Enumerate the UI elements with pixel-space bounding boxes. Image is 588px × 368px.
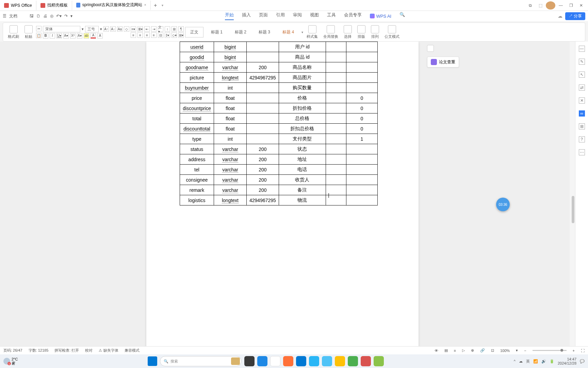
status-compat[interactable]: 兼容模式 — [125, 348, 140, 353]
tray-battery-icon[interactable]: 🔋 — [550, 359, 554, 364]
scrollbar-thumb[interactable] — [572, 196, 574, 223]
status-page[interactable]: 页码: 26/47 — [3, 348, 22, 353]
sort-group[interactable]: 排版 — [355, 25, 368, 39]
tray-ime-icon[interactable]: 英 — [526, 359, 530, 364]
table-cell[interactable]: 地址 — [279, 154, 326, 165]
table-cell[interactable]: 0 — [346, 113, 377, 124]
table-cell[interactable]: varchar — [214, 144, 247, 154]
essay-check-button[interactable]: 论文查重 — [427, 57, 459, 67]
rail-pencil-icon[interactable]: ✎ — [579, 59, 585, 65]
strike-icon[interactable]: A▾ — [63, 33, 69, 39]
table-cell[interactable]: 总价格 — [279, 113, 326, 124]
table-cell[interactable]: total — [180, 113, 214, 124]
table-row[interactable]: consigneevarchar200收货人 — [180, 175, 378, 185]
table-row[interactable]: useridbigint用户 id — [180, 42, 378, 52]
zoom-out-icon[interactable]: − — [524, 349, 526, 353]
redo-icon[interactable]: ↷ — [64, 14, 68, 18]
table-cell[interactable] — [346, 175, 377, 185]
table-cell[interactable]: 0 — [346, 124, 377, 134]
rail-cursor-icon[interactable]: ↖ — [579, 72, 585, 78]
table-row[interactable]: pricefloat价格0 — [180, 93, 378, 103]
status-proof[interactable]: 校对 — [85, 348, 93, 353]
tray-wifi-icon[interactable]: 📶 — [533, 359, 538, 364]
table-cell[interactable]: 200 — [247, 62, 279, 73]
font-shrink-icon[interactable]: A↓ — [110, 26, 116, 32]
tab-review[interactable]: 审阅 — [293, 12, 302, 20]
share-button[interactable]: ↗ 分享 — [565, 12, 585, 20]
table-row[interactable]: discounttotalfloat折扣总价格0 — [180, 124, 378, 134]
table-cell[interactable]: float — [214, 103, 247, 113]
table-cell[interactable]: 200 — [247, 165, 279, 175]
table-cell[interactable] — [326, 52, 346, 62]
table-cell[interactable]: type — [180, 134, 214, 144]
table-cell[interactable] — [346, 144, 377, 154]
table-cell[interactable]: 状态 — [279, 144, 326, 154]
tab-page[interactable]: 页面 — [259, 12, 268, 20]
restore-icon[interactable]: ❐ — [566, 1, 576, 10]
taskbar-search[interactable]: 🔍 搜索 — [160, 356, 242, 366]
table-cell[interactable]: varchar — [214, 62, 247, 73]
shading-icon[interactable]: ◇▾ — [172, 32, 177, 38]
table-cell[interactable]: varchar — [214, 154, 247, 165]
highlight-icon[interactable]: ab — [84, 33, 89, 39]
save-icon[interactable]: 🖫 — [30, 14, 34, 18]
table-cell[interactable]: 折扣总价格 — [279, 124, 326, 134]
arrange-group[interactable]: 排列 — [369, 25, 381, 39]
search-icon[interactable]: 🔍 — [399, 12, 405, 20]
style-normal[interactable]: 正文 — [185, 27, 203, 37]
table-row[interactable]: statusvarchar200状态 — [180, 144, 378, 154]
table-cell[interactable] — [326, 103, 346, 113]
align-right-icon[interactable]: ≡ — [144, 32, 150, 38]
tab-template[interactable]: 找稻壳模板 — [36, 1, 72, 10]
print-icon[interactable]: 🖨 — [43, 14, 47, 18]
copy-icon[interactable]: 📋 — [36, 33, 42, 38]
print-preview-icon[interactable]: 🗋 — [36, 14, 40, 18]
tray-cloud-icon[interactable]: ☁ — [519, 359, 523, 364]
table-cell[interactable] — [346, 42, 377, 52]
bold-icon[interactable]: B — [43, 33, 48, 39]
size-dropdown-icon[interactable]: ▾ — [100, 27, 102, 31]
zoom-value[interactable]: 100% — [500, 349, 510, 353]
dec-indent-icon[interactable]: ⇤ — [144, 26, 150, 32]
table-cell[interactable]: int — [214, 134, 247, 144]
view-read-icon[interactable]: ▷ — [462, 348, 465, 353]
table-cell[interactable] — [326, 42, 346, 52]
align-justify-icon[interactable]: ≡ — [151, 32, 157, 38]
subscript-icon[interactable]: A▾ — [77, 33, 82, 39]
tab-menu-icon[interactable]: ▾ — [162, 3, 163, 7]
table-cell[interactable]: 物流 — [279, 195, 326, 205]
weather-widget[interactable]: 1 2°C 雾 — [3, 357, 18, 365]
table-cell[interactable] — [247, 83, 279, 93]
table-cell[interactable]: bigint — [214, 42, 247, 52]
table-cell[interactable] — [346, 62, 377, 73]
status-spell[interactable]: 拼写检查: 打开 — [54, 348, 79, 353]
taskview-icon[interactable] — [244, 356, 255, 366]
table-cell[interactable]: logistics — [180, 195, 214, 205]
table-cell[interactable]: 200 — [247, 185, 279, 195]
document-area[interactable]: useridbigint用户 idgoodidbigint商品 idgoodna… — [0, 42, 570, 358]
table-cell[interactable] — [247, 124, 279, 134]
status-missing-font[interactable]: ⚠ 缺失字体 — [99, 348, 118, 353]
fullscreen-icon[interactable]: ⛶ — [581, 349, 585, 353]
table-cell[interactable]: buynumber — [180, 83, 214, 93]
tray-volume-icon[interactable]: 🔊 — [541, 359, 546, 364]
table-cell[interactable]: 收货人 — [279, 175, 326, 185]
rail-help-icon[interactable]: ? — [579, 136, 585, 142]
table-cell[interactable] — [346, 195, 377, 205]
table-cell[interactable]: varchar — [214, 165, 247, 175]
table-cell[interactable]: goodname — [180, 62, 214, 73]
start-button[interactable] — [148, 356, 157, 366]
table-cell[interactable] — [326, 113, 346, 124]
align-center-icon[interactable]: ≡ — [137, 32, 143, 38]
border-icon[interactable]: ⊞▾ — [178, 32, 184, 38]
table-cell[interactable] — [326, 124, 346, 134]
table-cell[interactable]: userid — [180, 42, 214, 52]
table-cell[interactable]: 200 — [247, 154, 279, 165]
tab-document[interactable]: springboot古风汉服体验交流网站 × — [72, 1, 151, 10]
view-fit-icon[interactable]: ⊡ — [491, 348, 494, 353]
view-web-icon[interactable]: ⊕ — [471, 348, 474, 353]
table-row[interactable]: logisticslongtext4294967295物流 — [180, 195, 378, 205]
table-cell[interactable] — [346, 83, 377, 93]
table-cell[interactable]: picture — [180, 73, 214, 83]
formula-group[interactable]: 公文模式 — [382, 25, 402, 39]
